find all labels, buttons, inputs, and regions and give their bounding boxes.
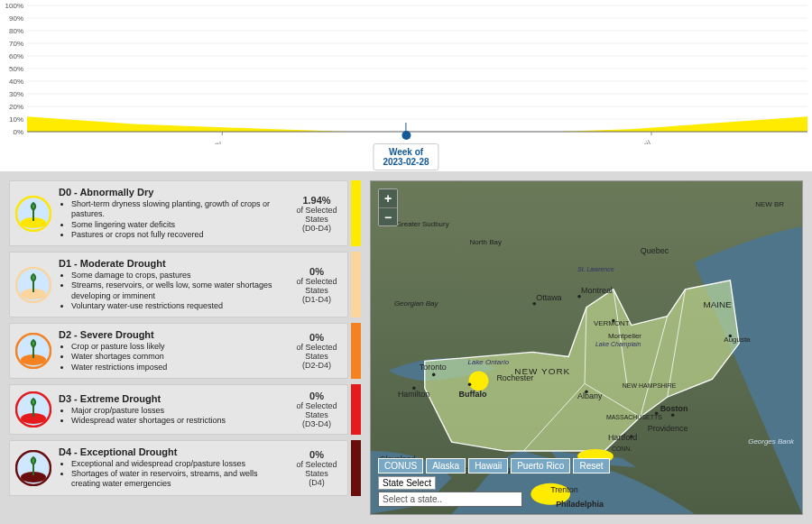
state-select-dropdown[interactable]: Select a state.. (378, 492, 522, 507)
map-panel[interactable]: Ottawa Montreal Quebec Toronto Hamilton … (370, 180, 803, 515)
svg-text:Boston: Boston (660, 404, 688, 413)
legend-pct: 0% (291, 391, 342, 401)
svg-text:40%: 40% (9, 78, 23, 86)
svg-text:Augusta: Augusta (724, 336, 751, 344)
drought-level-icon (15, 450, 51, 486)
legend-row-d4: D4 - Exceptional DroughtExceptional and … (9, 440, 361, 496)
svg-text:Providence: Providence (648, 424, 688, 433)
map-zoom-control: + − (378, 188, 398, 226)
svg-point-50 (432, 373, 436, 377)
legend-row-d3: D3 - Extreme DroughtMajor crop/pasture l… (9, 384, 361, 435)
legend-stats: 0%of Selected States(D2-D4) (291, 332, 342, 370)
drought-legend: D0 - Abnormally DryShort-term dryness sl… (9, 180, 361, 515)
map-region-button-reset[interactable]: Reset (573, 458, 609, 473)
zoom-out-button[interactable]: − (379, 207, 397, 225)
legend-row-d0: D0 - Abnormally DryShort-term dryness sl… (9, 180, 361, 246)
svg-text:0%: 0% (13, 128, 23, 136)
svg-text:February: February (189, 139, 223, 144)
svg-text:Quebec: Quebec (641, 246, 669, 255)
svg-text:NEW HAMPSHIRE: NEW HAMPSHIRE (623, 382, 677, 389)
svg-text:Ottawa: Ottawa (536, 293, 561, 302)
legend-color-bar (351, 180, 361, 246)
legend-text: D0 - Abnormally DryShort-term dryness sl… (59, 187, 284, 240)
time-marker-handle[interactable] (401, 131, 411, 140)
zoom-in-button[interactable]: + (379, 189, 397, 207)
legend-pct: 1.94% (291, 195, 342, 206)
legend-text: D1 - Moderate DroughtSome damage to crop… (59, 258, 284, 311)
legend-title: D1 - Moderate Drought (59, 258, 284, 269)
svg-text:St. Lawrence: St. Lawrence (577, 266, 614, 272)
legend-pct: 0% (291, 332, 342, 343)
svg-text:60%: 60% (9, 52, 23, 60)
drought-level-icon (15, 333, 51, 369)
map-region-button-puerto-rico[interactable]: Puerto Rico (511, 458, 570, 473)
svg-text:Montpelier: Montpelier (608, 332, 641, 340)
legend-text: D3 - Extreme DroughtMajor crop/pasture l… (59, 393, 284, 427)
svg-point-43 (577, 295, 581, 299)
legend-row-d1: D1 - Moderate DroughtSome damage to crop… (9, 252, 361, 317)
legend-card: D3 - Extreme DroughtMajor crop/pasture l… (9, 384, 348, 435)
legend-pct: 0% (291, 266, 342, 277)
map-region-buttons: CONUSAlaskaHawaiiPuerto RicoReset (378, 458, 610, 473)
svg-text:80%: 80% (9, 27, 23, 35)
legend-text: D2 - Severe DroughtCrop or pasture loss … (59, 329, 284, 372)
legend-card: D4 - Exceptional DroughtExceptional and … (9, 440, 348, 496)
svg-text:10%: 10% (9, 115, 23, 124)
svg-text:North Bay: North Bay (470, 238, 502, 246)
time-marker[interactable]: Week of2023-02-28 (373, 123, 438, 170)
legend-stats: 0%of Selected States(D4) (291, 449, 342, 487)
legend-card: D0 - Abnormally DryShort-term dryness sl… (9, 180, 348, 246)
svg-text:VERMONT: VERMONT (594, 319, 630, 327)
svg-text:Montreal: Montreal (581, 286, 613, 295)
drought-level-icon (15, 391, 51, 427)
legend-title: D3 - Extreme Drought (59, 393, 284, 404)
legend-card: D1 - Moderate DroughtSome damage to crop… (9, 252, 348, 317)
legend-text: D4 - Exceptional DroughtExceptional and … (59, 446, 284, 490)
svg-point-47 (671, 413, 675, 417)
legend-color-bar (351, 252, 361, 317)
svg-text:Lake Champlain: Lake Champlain (595, 341, 641, 348)
svg-text:Toronto: Toronto (420, 363, 447, 372)
map-region-button-alaska[interactable]: Alaska (426, 458, 466, 473)
svg-point-38 (469, 371, 489, 391)
svg-text:Buffalo: Buffalo (459, 390, 487, 399)
legend-stats: 0%of Selected States(D1-D4) (291, 266, 342, 304)
legend-color-bar (351, 384, 361, 435)
svg-text:20%: 20% (9, 103, 23, 111)
legend-title: D2 - Severe Drought (59, 329, 284, 340)
legend-row-d2: D2 - Severe DroughtCrop or pasture loss … (9, 323, 361, 379)
map-region-button-hawaii[interactable]: Hawaii (468, 458, 508, 473)
state-select-label: State Select (378, 476, 436, 490)
svg-text:MASSACHUSETTS: MASSACHUSETTS (606, 414, 662, 420)
time-marker-label: Week of2023-02-28 (373, 143, 438, 170)
legend-title: D4 - Exceptional Drought (59, 446, 284, 457)
svg-text:100%: 100% (5, 2, 23, 10)
drought-level-icon (15, 267, 51, 303)
svg-text:April: April (633, 139, 652, 144)
timeline-chart: 0%10%20%30%40%50%60%70%80%90%100% Februa… (0, 0, 812, 162)
legend-color-bar (351, 323, 361, 379)
svg-text:Albany: Albany (577, 391, 603, 400)
svg-text:Georgian Bay: Georgian Bay (394, 299, 439, 308)
map-region-button-conus[interactable]: CONUS (378, 458, 423, 473)
legend-stats: 1.94%of Selected States(D0-D4) (291, 195, 342, 233)
svg-text:Hamilton: Hamilton (398, 390, 429, 399)
svg-text:NEW YORK: NEW YORK (514, 366, 570, 376)
svg-text:Lake Ontario: Lake Ontario (468, 358, 510, 366)
legend-pct: 0% (291, 449, 342, 460)
svg-text:Greater Sudbury: Greater Sudbury (396, 220, 449, 228)
legend-color-bar (351, 440, 361, 496)
legend-title: D0 - Abnormally Dry (59, 187, 284, 198)
svg-text:Hartford: Hartford (608, 433, 637, 442)
svg-point-42 (532, 302, 536, 306)
legend-stats: 0%of Selected States(D3-D4) (291, 391, 342, 428)
svg-text:MAINE: MAINE (703, 299, 732, 309)
svg-text:50%: 50% (9, 65, 23, 73)
svg-point-41 (468, 383, 472, 387)
legend-card: D2 - Severe DroughtCrop or pasture loss … (9, 323, 348, 379)
svg-text:30%: 30% (9, 90, 23, 98)
svg-text:90%: 90% (9, 14, 23, 23)
svg-text:Georges Bank: Georges Bank (748, 437, 795, 446)
svg-text:70%: 70% (9, 40, 23, 48)
drought-level-icon (15, 196, 51, 232)
